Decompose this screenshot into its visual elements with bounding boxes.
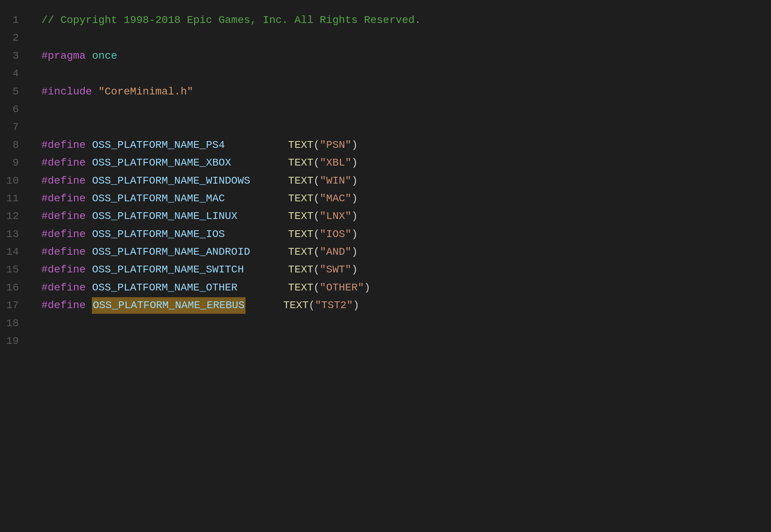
code-line: 4 xyxy=(0,65,771,82)
token-space xyxy=(238,208,288,224)
token-preprocessor: #pragma xyxy=(41,48,86,64)
token-text-func: TEXT xyxy=(288,190,313,207)
token-text-string: "XBL" xyxy=(320,155,351,171)
code-line: 19 xyxy=(0,332,771,350)
token-text-func: TEXT xyxy=(288,244,313,260)
token-text-func: TEXT xyxy=(288,155,313,171)
token-preprocessor: #define xyxy=(41,190,86,207)
token-text-func: TEXT xyxy=(288,137,313,153)
token-plain: ( xyxy=(314,137,320,153)
line-content: #pragma once xyxy=(30,48,117,64)
line-number: 7 xyxy=(0,119,30,135)
line-number: 19 xyxy=(0,333,30,349)
token-plain: ) xyxy=(351,261,358,278)
token-plain: ( xyxy=(314,155,320,171)
token-macro-name: OSS_PLATFORM_NAME_OTHER xyxy=(92,280,237,296)
code-line: 14#define OSS_PLATFORM_NAME_ANDROID TEXT… xyxy=(0,243,771,261)
line-content: #define OSS_PLATFORM_NAME_MAC TEXT("MAC"… xyxy=(30,190,358,207)
code-line: 16#define OSS_PLATFORM_NAME_OTHER TEXT("… xyxy=(0,279,771,296)
token-text-string: "LNX" xyxy=(320,208,351,224)
token-macro-name: OSS_PLATFORM_NAME_LINUX xyxy=(92,208,237,224)
token-plain: ) xyxy=(351,137,358,153)
token-macro-name-highlight: OSS_PLATFORM_NAME_EREBUS xyxy=(92,297,245,313)
line-number: 11 xyxy=(0,190,30,207)
token-preprocessor: #define xyxy=(41,261,86,278)
token-text-func: TEXT xyxy=(288,173,313,189)
token-preprocessor: #include xyxy=(41,84,92,100)
line-number: 3 xyxy=(0,48,30,64)
token-plain: ) xyxy=(351,155,358,171)
token-plain: ) xyxy=(351,226,358,242)
token-preprocessor: #define xyxy=(41,208,86,224)
token-text-string: "OTHER" xyxy=(320,280,364,296)
token-macro-name: OSS_PLATFORM_NAME_WINDOWS xyxy=(92,173,250,189)
token-text-string: "MAC" xyxy=(320,190,351,207)
token-space xyxy=(231,155,288,171)
line-content: #include "CoreMinimal.h" xyxy=(30,84,193,100)
line-number: 12 xyxy=(0,208,30,224)
token-space xyxy=(225,226,288,242)
token-plain: ) xyxy=(351,173,358,189)
token-text-string: "WIN" xyxy=(320,173,351,189)
token-space xyxy=(86,297,92,313)
code-line: 17#define OSS_PLATFORM_NAME_EREBUS TEXT(… xyxy=(0,296,771,314)
token-space xyxy=(86,48,92,64)
line-content: #define OSS_PLATFORM_NAME_XBOX TEXT("XBL… xyxy=(30,155,358,171)
token-preprocessor: #define xyxy=(41,173,86,189)
token-preprocessor: #define xyxy=(41,280,86,296)
line-content: #define OSS_PLATFORM_NAME_LINUX TEXT("LN… xyxy=(30,208,358,224)
line-content: #define OSS_PLATFORM_NAME_IOS TEXT("IOS"… xyxy=(30,226,358,242)
token-macro-name: OSS_PLATFORM_NAME_SWITCH xyxy=(92,261,244,278)
line-number: 2 xyxy=(0,30,30,46)
line-number: 9 xyxy=(0,155,30,171)
token-space xyxy=(86,137,92,153)
line-number: 15 xyxy=(0,261,30,278)
token-text-func: TEXT xyxy=(288,261,313,278)
line-number: 4 xyxy=(0,65,30,82)
token-plain: ) xyxy=(351,190,358,207)
token-plain: ( xyxy=(314,190,320,207)
token-text-func: TEXT xyxy=(288,208,313,224)
token-space xyxy=(92,84,98,100)
token-space xyxy=(250,244,288,260)
token-text-func: TEXT xyxy=(288,280,313,296)
line-number: 5 xyxy=(0,84,30,100)
token-plain: ) xyxy=(351,244,358,260)
token-macro-name: OSS_PLATFORM_NAME_IOS xyxy=(92,226,225,242)
token-plain: ( xyxy=(314,261,320,278)
code-line: 13#define OSS_PLATFORM_NAME_IOS TEXT("IO… xyxy=(0,225,771,243)
code-line: 12#define OSS_PLATFORM_NAME_LINUX TEXT("… xyxy=(0,207,771,225)
line-number: 18 xyxy=(0,315,30,331)
code-line: 11#define OSS_PLATFORM_NAME_MAC TEXT("MA… xyxy=(0,190,771,207)
code-line: 7 xyxy=(0,118,771,136)
line-number: 17 xyxy=(0,297,30,313)
line-content: #define OSS_PLATFORM_NAME_OTHER TEXT("OT… xyxy=(30,280,370,296)
line-number: 6 xyxy=(0,101,30,117)
token-space xyxy=(86,190,92,207)
code-line: 18 xyxy=(0,315,771,332)
token-string: "CoreMinimal.h" xyxy=(98,84,193,100)
token-plain: ( xyxy=(314,226,320,242)
token-text-string: "IOS" xyxy=(320,226,351,242)
line-number: 1 xyxy=(0,12,30,28)
code-line: 6 xyxy=(0,100,771,118)
code-line: 9#define OSS_PLATFORM_NAME_XBOX TEXT("XB… xyxy=(0,154,771,172)
token-plain: ) xyxy=(353,297,359,313)
token-space xyxy=(86,208,92,224)
token-plain: ) xyxy=(364,280,370,296)
token-space xyxy=(86,226,92,242)
token-space xyxy=(86,261,92,278)
code-line: 1// Copyright 1998-2018 Epic Games, Inc.… xyxy=(0,11,771,29)
line-content: #define OSS_PLATFORM_NAME_PS4 TEXT("PSN"… xyxy=(30,137,358,153)
token-text-string: "AND" xyxy=(320,244,351,260)
token-preprocessor: #define xyxy=(41,137,86,153)
line-number: 14 xyxy=(0,244,30,260)
token-space xyxy=(225,190,288,207)
line-number: 16 xyxy=(0,280,30,296)
token-preprocessor: #define xyxy=(41,244,86,260)
token-space xyxy=(238,280,288,296)
line-content: #define OSS_PLATFORM_NAME_SWITCH TEXT("S… xyxy=(30,261,358,278)
token-plain: ( xyxy=(314,280,320,296)
token-space xyxy=(245,297,283,313)
token-plain: ( xyxy=(314,173,320,189)
